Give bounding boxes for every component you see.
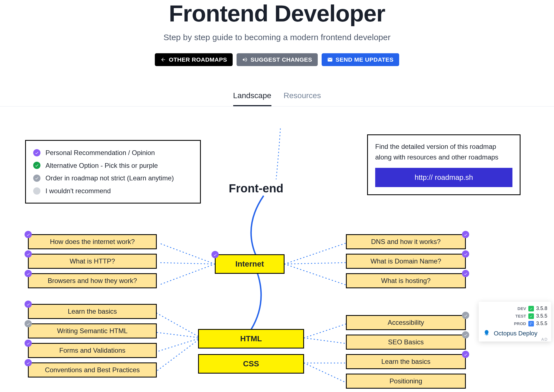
other-roadmaps-label: OTHER ROADMAPS bbox=[169, 56, 227, 63]
badge-icon bbox=[25, 301, 32, 308]
legend-label: Personal Recommendation / Opinion bbox=[45, 146, 155, 159]
node-html-conventions[interactable]: Conventions and Best Practices bbox=[28, 362, 157, 378]
badge-icon bbox=[462, 250, 469, 258]
node-internet-badge bbox=[211, 251, 219, 258]
badge-icon bbox=[25, 340, 32, 347]
legend-row-green: Alternative Option - Pick this or purple bbox=[33, 159, 193, 172]
node-internet[interactable]: Internet bbox=[215, 254, 285, 274]
badge-icon bbox=[25, 231, 32, 238]
node-css-positioning[interactable]: Positioning bbox=[346, 374, 466, 389]
node-accessibility[interactable]: Accessibility bbox=[346, 315, 466, 330]
node-seo[interactable]: SEO Basics bbox=[346, 335, 466, 350]
roadmap-title: Front-end bbox=[229, 182, 283, 195]
suggest-changes-button[interactable]: SUGGEST CHANGES bbox=[237, 53, 318, 66]
node-internet-http[interactable]: What is HTTP? bbox=[28, 254, 157, 269]
ad-brand-row: Octopus Deploy bbox=[483, 329, 547, 338]
node-html[interactable]: HTML bbox=[198, 329, 304, 349]
dot-lightgray-icon bbox=[33, 187, 40, 195]
tab-landscape[interactable]: Landscape bbox=[233, 91, 271, 106]
legend-label: I wouldn't recommend bbox=[45, 185, 111, 197]
env-row-dev: DEV 3.5.8 bbox=[483, 306, 547, 311]
node-html-basics[interactable]: Learn the basics bbox=[28, 304, 157, 319]
arrow-left-icon bbox=[160, 57, 166, 62]
node-html-forms[interactable]: Forms and Validations bbox=[28, 343, 157, 358]
legend-label: Order in roadmap not strict (Learn anyti… bbox=[45, 172, 174, 185]
env-row-test: TEST 3.5.5 bbox=[483, 313, 547, 319]
octopus-icon bbox=[483, 329, 491, 338]
check-icon bbox=[528, 306, 534, 311]
legend-label: Alternative Option - Pick this or purple bbox=[45, 159, 158, 172]
check-icon bbox=[528, 313, 534, 319]
megaphone-icon bbox=[242, 57, 248, 62]
page-title: Frontend Developer bbox=[0, 0, 554, 27]
legend-row-purple: Personal Recommendation / Opinion bbox=[33, 146, 193, 159]
envelope-icon bbox=[327, 57, 333, 62]
env-version: 3.5.5 bbox=[536, 321, 547, 326]
node-internet-domain[interactable]: What is Domain Name? bbox=[346, 254, 466, 269]
legend-row-lightgray: I wouldn't recommend bbox=[33, 185, 193, 197]
send-updates-label: SEND ME UPDATES bbox=[336, 56, 394, 63]
env-label: TEST bbox=[516, 314, 526, 318]
check-purple-icon bbox=[33, 149, 40, 156]
node-internet-browsers[interactable]: Browsers and how they work? bbox=[28, 273, 157, 288]
badge-icon bbox=[25, 359, 32, 366]
tab-resources[interactable]: Resources bbox=[284, 91, 321, 106]
badge-icon bbox=[462, 351, 469, 358]
badge-icon bbox=[25, 250, 32, 258]
badge-icon bbox=[462, 312, 469, 319]
node-internet-hosting[interactable]: What is hosting? bbox=[346, 273, 466, 288]
check-green-icon bbox=[33, 162, 40, 169]
info-box: Find the detailed version of this roadma… bbox=[367, 134, 521, 195]
suggest-changes-label: SUGGEST CHANGES bbox=[250, 56, 312, 63]
node-css[interactable]: CSS bbox=[198, 354, 304, 374]
roadmap-link-button[interactable]: http:// roadmap.sh bbox=[375, 168, 512, 187]
env-row-prod: PROD 3.5.5 bbox=[483, 321, 547, 326]
info-text: Find the detailed version of this roadma… bbox=[375, 141, 512, 163]
other-roadmaps-button[interactable]: OTHER ROADMAPS bbox=[155, 53, 233, 66]
badge-icon bbox=[462, 231, 469, 238]
roadmap-canvas: Personal Recommendation / Opinion Altern… bbox=[0, 107, 554, 392]
badge-icon bbox=[25, 270, 32, 277]
page-subtitle: Step by step guide to becoming a modern … bbox=[0, 33, 554, 42]
node-internet-how[interactable]: How does the internet work? bbox=[28, 234, 157, 249]
node-internet-dns[interactable]: DNS and how it works? bbox=[346, 234, 466, 249]
ad-tag: AD bbox=[541, 337, 548, 342]
env-label: DEV bbox=[517, 306, 526, 311]
send-updates-button[interactable]: SEND ME UPDATES bbox=[322, 53, 399, 66]
env-version: 3.5.8 bbox=[536, 306, 547, 311]
badge-icon bbox=[25, 320, 32, 327]
badge-icon bbox=[462, 331, 469, 338]
spinner-icon bbox=[528, 321, 534, 326]
env-version: 3.5.5 bbox=[536, 313, 547, 319]
badge-icon bbox=[462, 270, 469, 277]
legend-row-gray: Order in roadmap not strict (Learn anyti… bbox=[33, 172, 193, 185]
node-css-basics[interactable]: Learn the basics bbox=[346, 354, 466, 369]
tabs: Landscape Resources bbox=[0, 91, 554, 107]
ad-brand-label: Octopus Deploy bbox=[494, 330, 538, 337]
check-gray-icon bbox=[33, 175, 40, 182]
header-buttons: OTHER ROADMAPS SUGGEST CHANGES SEND ME U… bbox=[0, 53, 554, 66]
legend-box: Personal Recommendation / Opinion Altern… bbox=[25, 140, 201, 204]
env-label: PROD bbox=[514, 321, 526, 326]
ad-widget[interactable]: DEV 3.5.8 TEST 3.5.5 PROD 3.5.5 Octopus … bbox=[479, 302, 551, 342]
node-html-semantic[interactable]: Writing Semantic HTML bbox=[28, 323, 157, 338]
